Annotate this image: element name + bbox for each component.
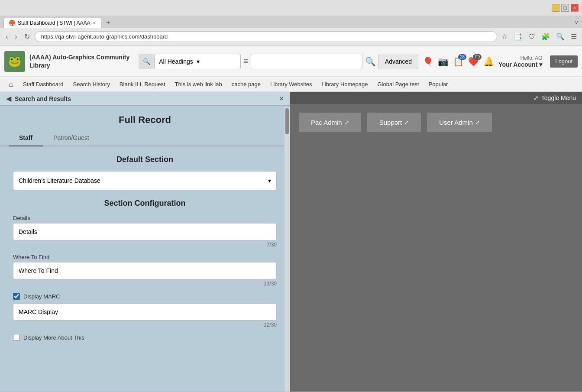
minimize-button[interactable]: − [552, 4, 559, 12]
heart-icon[interactable]: ❤️ F9 [468, 56, 479, 67]
scrollbar-track[interactable] [285, 107, 290, 392]
address-bar: ‹ › ↻ ☆ 📑 🛡 🧩 🔍 ☰ [0, 28, 582, 46]
staff-dashboard-nav-item[interactable]: Staff Dashboard [19, 79, 68, 89]
header-divider [134, 51, 134, 72]
tab-staff[interactable]: Staff [9, 130, 43, 146]
dropdown-chevron-icon: ▾ [268, 177, 271, 184]
bookmark-icon[interactable]: 📑 [512, 32, 524, 42]
account-name[interactable]: Your Account ▾ [498, 61, 542, 68]
refresh-button[interactable]: ↻ [22, 32, 32, 42]
balloon-icon[interactable]: 🎈 [423, 56, 433, 67]
frog-icon: 🐸 [8, 55, 21, 68]
forward-button[interactable]: › [13, 32, 19, 42]
marc-display-counter: 12/30 [13, 322, 277, 328]
full-record-title: Full Record [0, 106, 290, 130]
close-button[interactable]: × [571, 4, 579, 12]
tab-title: Staff Dashboard | STWI | AAAA [18, 20, 90, 26]
scrollbar-thumb[interactable] [285, 108, 289, 134]
blank-ill-request-nav-item[interactable]: Blank ILL Request [115, 79, 170, 89]
default-section-heading: Default Section [13, 155, 277, 164]
admin-buttons: Pac Admin ⤢ Support ⤢ User Admin ⤢ [290, 104, 501, 141]
search-icon-box[interactable]: 🔍 [139, 54, 154, 69]
expand-icon: ⤢ [534, 94, 539, 101]
new-tab-button[interactable]: + [103, 17, 113, 28]
chevron-down-icon: ▾ [197, 58, 200, 65]
where-to-find-counter: 13/30 [13, 281, 277, 287]
details-input[interactable] [13, 223, 277, 240]
details-label: Details [13, 215, 277, 221]
browser-toolbar-icons: ☆ 📑 🛡 🧩 🔍 ☰ [500, 32, 579, 42]
right-top-bar: ⤢ Toggle Menu [290, 92, 582, 104]
marc-display-field-group: 12/30 [13, 303, 277, 328]
header-right: 🎈 📷 📋 28 ❤️ F9 🔔 Hello, AG Your Account … [423, 55, 578, 68]
browser-tab-active[interactable]: 🦊 Staff Dashboard | STWI | AAAA × [3, 18, 101, 28]
tab-patron-guest[interactable]: Patron/Guest [43, 130, 100, 146]
search-dropdown[interactable]: All Headings ▾ [154, 54, 241, 69]
global-page-test-nav-item[interactable]: Global Page test [373, 79, 423, 89]
where-to-find-field-group: Where To Find 13/30 [13, 254, 277, 287]
advanced-search-button[interactable]: Advanced [378, 54, 418, 69]
display-more-label[interactable]: Display More About This [23, 334, 84, 341]
record-tabs: Staff Patron/Guest [0, 130, 290, 146]
tab-close-button[interactable]: × [93, 20, 95, 26]
maximize-button[interactable]: □ [561, 4, 569, 12]
nav-bar: ⌂ Staff Dashboard Search History Blank I… [0, 77, 582, 92]
section-config: Section Configuration Details 7/30 Where… [0, 199, 290, 353]
panel-title: Search and Results [15, 95, 71, 102]
search-go-button[interactable]: 🔍 [365, 56, 376, 67]
display-more-checkbox[interactable] [13, 334, 20, 341]
full-record-area[interactable]: Full Record Staff Patron/Guest Default S… [0, 106, 290, 390]
display-marc-checkbox[interactable] [13, 293, 20, 300]
camera-icon[interactable]: 📷 [438, 56, 449, 67]
pac-admin-button[interactable]: Pac Admin ⤢ [299, 113, 361, 132]
back-arrow-icon[interactable]: ◀ [6, 94, 11, 103]
search-icon: 🔍 [143, 58, 150, 65]
search-box-area: All Headings ▾ ≡ 🔍 Advanced [154, 54, 418, 69]
panel-close-button[interactable]: × [280, 95, 284, 103]
toggle-menu-button[interactable]: ⤢ Toggle Menu [534, 94, 576, 101]
back-button[interactable]: ‹ [3, 32, 10, 42]
left-panel: ◀ Search and Results × Full Record Staff… [0, 92, 290, 392]
where-to-find-input[interactable] [13, 262, 277, 279]
user-admin-button[interactable]: User Admin ⤢ [427, 113, 492, 132]
tab-overflow[interactable]: ∨ [575, 19, 579, 26]
extensions-icon[interactable]: 🧩 [540, 32, 552, 42]
address-input[interactable] [35, 31, 497, 42]
library-websites-nav-item[interactable]: Library Websites [266, 79, 317, 89]
search-input[interactable] [251, 54, 362, 69]
logout-button[interactable]: Logout [550, 55, 578, 68]
cache-page-nav-item[interactable]: cache page [227, 79, 265, 89]
bell-icon[interactable]: 🔔 [483, 56, 494, 67]
default-section: Default Section Children's Literature Da… [0, 146, 290, 199]
support-button[interactable]: Support ⤢ [367, 113, 421, 132]
section-config-heading: Section Configuration [13, 199, 277, 208]
search-history-nav-item[interactable]: Search History [69, 79, 114, 89]
logo-text: (AAAA) Auto-Graphics Community Library [29, 53, 129, 69]
list-icon[interactable]: 📋 28 [453, 56, 464, 67]
star-icon[interactable]: ☆ [500, 32, 509, 42]
display-marc-row: Display MARC [13, 293, 277, 300]
where-to-find-label: Where To Find [13, 254, 277, 260]
account-chevron-icon: ▾ [539, 61, 542, 68]
logo-avatar: 🐸 [4, 51, 25, 72]
popular-nav-item[interactable]: Popular [424, 79, 453, 89]
tab-favicon: 🦊 [9, 20, 15, 26]
app-logo: 🐸 (AAAA) Auto-Graphics Community Library [4, 51, 129, 72]
details-counter: 7/30 [13, 242, 277, 248]
menu-icon[interactable]: ☰ [569, 32, 579, 42]
stack-icon[interactable]: ≡ [243, 57, 248, 66]
marc-display-input[interactable] [13, 303, 277, 321]
web-link-lab-nav-item[interactable]: This is web link lab [171, 79, 226, 89]
display-more-row: Display More About This [13, 334, 277, 341]
search-toolbar-icon[interactable]: 🔍 [554, 32, 566, 42]
tab-bar: 🦊 Staff Dashboard | STWI | AAAA × + ∨ [0, 16, 582, 28]
shield-icon[interactable]: 🛡 [527, 32, 537, 42]
right-panel: ⤢ Toggle Menu Pac Admin ⤢ Support ⤢ User… [290, 92, 582, 392]
panel-header: ◀ Search and Results × [0, 92, 290, 106]
window-controls[interactable]: − □ × [552, 4, 579, 12]
app-header: 🐸 (AAAA) Auto-Graphics Community Library… [0, 46, 582, 77]
default-section-dropdown[interactable]: Children's Literature Database ▾ [13, 171, 277, 190]
home-nav-item[interactable]: ⌂ [4, 78, 18, 91]
library-homepage-nav-item[interactable]: Library Homepage [317, 79, 372, 89]
display-marc-label[interactable]: Display MARC [23, 293, 60, 300]
